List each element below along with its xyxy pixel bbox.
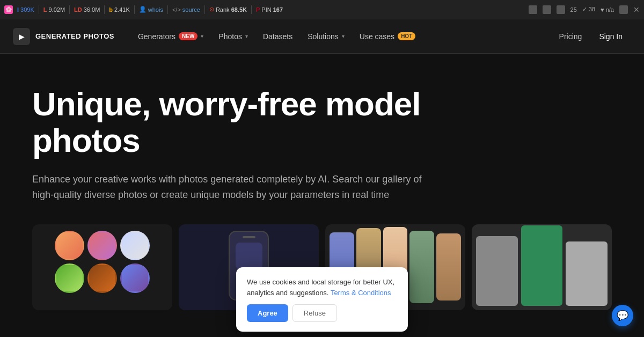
nav-photos[interactable]: Photos ▾: [212, 28, 254, 45]
nav-use-cases[interactable]: Use cases Hot: [353, 28, 422, 45]
use-cases-badge: Hot: [398, 32, 415, 40]
face-avatar-2: [87, 231, 117, 260]
cookie-refuse-button[interactable]: Refuse: [292, 304, 337, 322]
cookie-agree-button[interactable]: Agree: [247, 304, 288, 322]
logo-icon: ▶: [13, 28, 30, 45]
chat-icon: 💬: [617, 310, 628, 321]
nav-generators-label: Generators: [138, 32, 175, 41]
pricing-link[interactable]: Pricing: [559, 32, 582, 41]
navbar: ▶ GENERATED PHOTOS Generators New ▾ Phot…: [0, 19, 644, 54]
stat-b: b 2.41K: [109, 6, 129, 13]
generators-badge: New: [179, 32, 197, 40]
fashion-figure-2: [521, 225, 563, 306]
nav-solutions[interactable]: Solutions ▾: [301, 28, 351, 45]
info-icon[interactable]: [529, 5, 537, 14]
settings-icon[interactable]: [619, 5, 628, 14]
score-25: 25: [570, 6, 577, 13]
close-icon[interactable]: ✕: [633, 5, 640, 14]
nav-right: Pricing Sign In: [559, 28, 631, 45]
cookie-text: We use cookies and local storage for bet…: [247, 277, 397, 298]
nav-solutions-label: Solutions: [308, 32, 339, 41]
stat-i: I 309K: [17, 6, 34, 13]
nav-use-cases-label: Use cases: [360, 32, 394, 41]
cookie-banner: We use cookies and local storage for bet…: [236, 267, 408, 332]
stat-l: L 9.02M: [43, 6, 65, 13]
share-icon[interactable]: [543, 5, 551, 14]
face-avatar-1: [55, 231, 84, 260]
stat-pin: P PIN 167: [256, 6, 283, 13]
cookie-terms-link[interactable]: Terms & Conditions: [331, 289, 391, 297]
nav-generators[interactable]: Generators New ▾: [131, 28, 210, 45]
logo-text: GENERATED PHOTOS: [35, 32, 114, 40]
score-na: ♥ n/a: [601, 6, 614, 13]
signin-button[interactable]: Sign In: [590, 28, 631, 45]
nav-items: Generators New ▾ Photos ▾ Datasets Solut…: [131, 28, 422, 45]
export-icon[interactable]: [557, 5, 565, 14]
face-avatar-4: [55, 263, 84, 293]
stat-whois[interactable]: 👤 whois: [139, 6, 163, 13]
browser-toolbar: 🌸 I 309K L 9.02M LD 36.0M b 2.41K 👤 whoi…: [0, 0, 644, 19]
stat-source[interactable]: </> source: [172, 6, 200, 13]
photos-chevron: ▾: [245, 33, 248, 39]
person-4: [409, 231, 434, 303]
face-avatar-6: [120, 263, 150, 293]
solutions-chevron: ▾: [342, 33, 345, 39]
generators-chevron: ▾: [201, 33, 203, 39]
toolbar-right: 25 ✓ 38 ♥ n/a ✕: [529, 5, 640, 14]
person-5: [436, 233, 461, 301]
favicon-icon: 🌸: [4, 5, 13, 14]
chat-bubble-button[interactable]: 💬: [612, 305, 633, 326]
hero-subtitle: Enhance your creative works with photos …: [32, 172, 435, 203]
stat-rank: ⊙ Rank 68.5K: [209, 6, 247, 13]
hero-title: Unique, worry-free model photos: [32, 86, 515, 159]
fashion-figure-3: [566, 241, 608, 306]
stat-ld: LD 36.0M: [74, 6, 100, 13]
nav-photos-label: Photos: [218, 32, 242, 41]
logo-area: ▶ GENERATED PHOTOS: [13, 28, 114, 45]
card-faces[interactable]: [32, 224, 172, 310]
nav-datasets-label: Datasets: [263, 32, 292, 41]
cookie-buttons: Agree Refuse: [247, 304, 397, 322]
score-38: ✓ 38: [582, 6, 595, 13]
card-fashion[interactable]: [472, 224, 612, 310]
nav-datasets[interactable]: Datasets: [257, 28, 299, 45]
face-avatar-3: [120, 231, 150, 260]
face-avatar-5: [87, 263, 117, 293]
fashion-figure-1: [476, 236, 518, 306]
hero-section: Unique, worry-free model photos Enhance …: [0, 54, 644, 224]
